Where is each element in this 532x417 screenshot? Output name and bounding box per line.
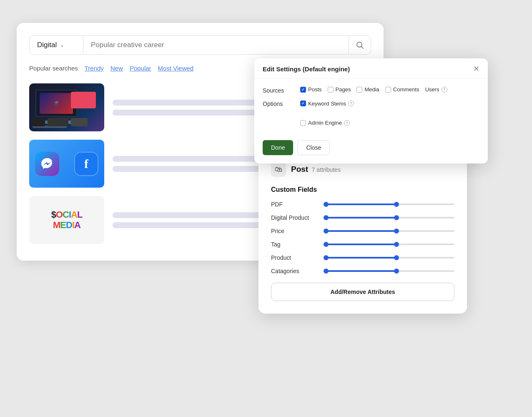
field-label: Price — [271, 228, 321, 234]
result-thumbnail[interactable]: 🎬 — [29, 83, 104, 131]
checkbox-label: Posts — [308, 86, 322, 93]
checkbox-icon — [356, 87, 362, 93]
price-slider[interactable] — [326, 230, 454, 232]
field-label: Tag — [271, 241, 321, 248]
result-line-2 — [113, 222, 268, 228]
sources-checkboxes: Posts Pages Media Comments Users ? — [300, 86, 447, 93]
dropdown-label: Digital — [37, 41, 57, 49]
categories-slider[interactable] — [326, 270, 454, 272]
field-row-digital-product: Digital Product — [271, 214, 454, 221]
edit-settings-modal: Edit Settings (Default engine) ✕ Sources… — [254, 58, 488, 163]
help-icon[interactable]: ? — [344, 120, 350, 126]
field-label: Catagories — [271, 268, 321, 274]
search-icon — [356, 41, 364, 49]
checkbox-admin-engine[interactable]: Admin Engine ? — [300, 120, 350, 126]
checkbox-media[interactable]: Media — [356, 86, 379, 93]
pdf-slider[interactable] — [326, 203, 454, 205]
post-icon-symbol: 🛍 — [275, 165, 282, 174]
checkbox-icon — [300, 120, 306, 126]
checkbox-users[interactable]: Users ? — [425, 86, 447, 93]
custom-fields-title: Custom Fields — [271, 186, 454, 193]
popular-link-trendy[interactable]: Trendy — [85, 65, 104, 72]
checkbox-label: Keyword Stems — [308, 100, 346, 107]
modal-header: Edit Settings (Default engine) ✕ — [254, 58, 488, 79]
result-line-2 — [113, 166, 268, 172]
checkbox-posts[interactable]: Posts — [300, 86, 322, 93]
checkbox-keyword-stems[interactable]: Keyword Stems ? — [300, 100, 354, 107]
search-input[interactable] — [83, 35, 349, 55]
product-slider[interactable] — [326, 257, 454, 259]
options-label: Options — [263, 100, 292, 107]
result-line-2 — [113, 110, 268, 116]
popular-label: Popular searches — [29, 65, 78, 72]
modal-footer: Done Close — [254, 140, 488, 163]
modal-title: Edit Settings (Default engine) — [263, 65, 350, 73]
checkbox-icon — [328, 87, 334, 93]
field-label: Product — [271, 254, 321, 261]
checkbox-pages[interactable]: Pages — [328, 86, 351, 93]
checkbox-icon — [300, 100, 306, 106]
post-attributes-count: 7 attributes — [312, 166, 341, 173]
search-button[interactable] — [349, 35, 371, 55]
options-checkboxes-2: Admin Engine ? — [300, 120, 350, 126]
help-icon[interactable]: ? — [348, 100, 354, 106]
options-label-spacer — [263, 120, 292, 126]
add-remove-attributes-button[interactable]: Add/Remove Attributes — [271, 283, 454, 301]
svg-line-1 — [361, 47, 364, 49]
tag-slider[interactable] — [326, 244, 454, 245]
checkbox-label: Media — [364, 86, 379, 93]
search-bar: Digital ⌄ — [29, 35, 371, 55]
sources-label: Sources — [263, 86, 292, 94]
popular-link-popular[interactable]: Popular — [130, 65, 151, 72]
field-label: PDF — [271, 201, 321, 208]
post-title-area: Post 7 attributes — [291, 165, 341, 174]
checkbox-icon — [385, 87, 391, 93]
field-row-product: Product — [271, 254, 454, 261]
digital-product-slider[interactable] — [326, 217, 454, 219]
checkbox-comments[interactable]: Comments — [385, 86, 419, 93]
options-checkboxes: Keyword Stems ? — [300, 100, 354, 107]
field-row-pdf: PDF — [271, 201, 454, 208]
post-header: 🛍 Post 7 attributes — [271, 162, 454, 177]
post-title: Post — [291, 165, 308, 173]
field-label: Digital Product — [271, 214, 321, 221]
field-row-tag: Tag — [271, 241, 454, 248]
post-panel: 🛍 Post 7 attributes Custom Fields PDF Di… — [258, 150, 467, 314]
modal-close-button[interactable]: ✕ — [473, 65, 479, 73]
field-row-price: Price — [271, 228, 454, 234]
field-row-categories: Catagories — [271, 268, 454, 274]
checkbox-icon — [300, 87, 306, 93]
post-icon: 🛍 — [271, 162, 286, 177]
close-button[interactable]: Close — [297, 140, 330, 155]
checkbox-label: Users — [425, 86, 439, 93]
result-thumbnail[interactable]: $OCIAL MEDIA — [29, 196, 104, 244]
popular-link-most-viewed[interactable]: Most Viewed — [158, 65, 194, 72]
checkbox-label: Pages — [336, 86, 351, 93]
category-dropdown[interactable]: Digital ⌄ — [29, 35, 83, 55]
popular-link-new[interactable]: New — [110, 65, 123, 72]
checkbox-label: Admin Engine — [308, 120, 342, 126]
options-row: Options Keyword Stems ? Admin Engine ? — [263, 100, 479, 126]
result-thumbnail[interactable]: f — [29, 140, 104, 188]
chevron-down-icon: ⌄ — [60, 42, 64, 48]
done-button[interactable]: Done — [263, 140, 293, 155]
help-icon[interactable]: ? — [442, 87, 447, 93]
checkbox-label: Comments — [393, 86, 419, 93]
modal-body: Sources Posts Pages Media Comments — [254, 79, 488, 140]
sources-row: Sources Posts Pages Media Comments — [263, 86, 479, 94]
